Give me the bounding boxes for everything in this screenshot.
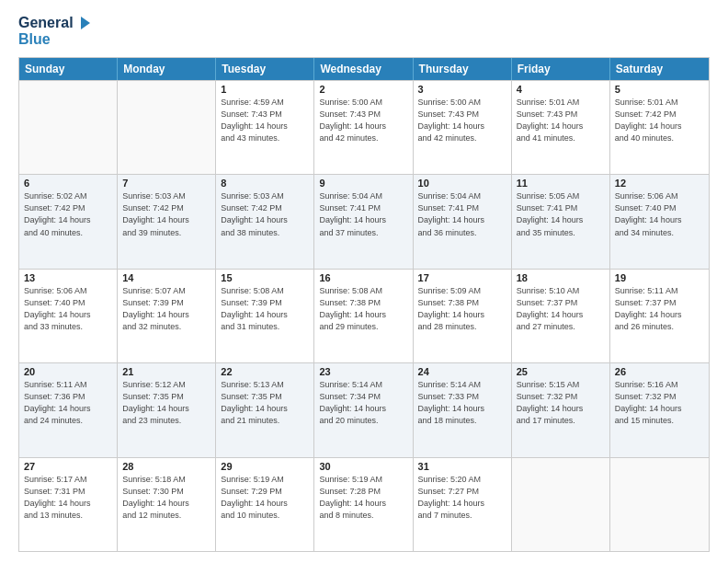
cell-line-0: Sunrise: 5:04 AM: [319, 190, 407, 201]
day-number: 12: [615, 178, 704, 189]
cell-line-0: Sunrise: 5:11 AM: [615, 285, 704, 296]
cell-line-2: Daylight: 14 hours: [221, 214, 309, 225]
cell-line-0: Sunrise: 5:03 AM: [221, 190, 309, 201]
cell-line-3: and 31 minutes.: [221, 321, 309, 332]
day-number: 24: [418, 366, 506, 377]
cell-line-2: Daylight: 14 hours: [221, 403, 309, 414]
day-cell-12: 12Sunrise: 5:06 AMSunset: 7:40 PMDayligh…: [610, 175, 709, 268]
empty-cell: [118, 81, 216, 174]
cell-line-1: Sunset: 7:38 PM: [418, 297, 506, 308]
header-day-sunday: Sunday: [19, 58, 118, 80]
cell-line-1: Sunset: 7:43 PM: [221, 109, 309, 120]
cell-line-1: Sunset: 7:34 PM: [319, 391, 407, 402]
cell-line-1: Sunset: 7:42 PM: [615, 109, 704, 120]
cell-line-0: Sunrise: 5:01 AM: [615, 97, 704, 108]
day-number: 2: [319, 84, 407, 95]
day-cell-30: 30Sunrise: 5:19 AMSunset: 7:28 PMDayligh…: [314, 458, 413, 551]
cell-line-0: Sunrise: 5:17 AM: [24, 474, 112, 485]
logo: General Blue: [18, 15, 92, 48]
cell-line-0: Sunrise: 5:09 AM: [418, 285, 506, 296]
day-cell-19: 19Sunrise: 5:11 AMSunset: 7:37 PMDayligh…: [610, 270, 709, 362]
cell-line-0: Sunrise: 4:59 AM: [221, 97, 309, 108]
day-cell-29: 29Sunrise: 5:19 AMSunset: 7:29 PMDayligh…: [216, 458, 314, 551]
cell-line-0: Sunrise: 5:06 AM: [24, 285, 112, 296]
cell-line-3: and 18 minutes.: [418, 415, 506, 426]
cell-line-2: Daylight: 14 hours: [24, 403, 112, 414]
day-cell-7: 7Sunrise: 5:03 AMSunset: 7:42 PMDaylight…: [118, 175, 216, 268]
cell-line-1: Sunset: 7:41 PM: [418, 202, 506, 213]
cell-line-2: Daylight: 14 hours: [24, 214, 112, 225]
cell-line-3: and 41 minutes.: [517, 132, 605, 144]
cell-line-1: Sunset: 7:43 PM: [517, 109, 605, 120]
day-number: 31: [418, 461, 506, 472]
day-cell-3: 3Sunrise: 5:00 AMSunset: 7:43 PMDaylight…: [414, 81, 512, 174]
empty-cell: [512, 458, 610, 551]
cell-line-3: and 33 minutes.: [24, 321, 112, 332]
day-number: 5: [615, 84, 704, 95]
day-number: 13: [24, 272, 112, 283]
cell-line-3: and 26 minutes.: [615, 321, 704, 332]
day-cell-2: 2Sunrise: 5:00 AMSunset: 7:43 PMDaylight…: [314, 81, 413, 174]
cell-line-2: Daylight: 14 hours: [319, 309, 407, 320]
cell-line-2: Daylight: 14 hours: [418, 214, 506, 225]
day-cell-13: 13Sunrise: 5:06 AMSunset: 7:40 PMDayligh…: [19, 270, 118, 362]
day-number: 26: [615, 366, 704, 377]
cell-line-3: and 40 minutes.: [615, 132, 704, 144]
cell-line-0: Sunrise: 5:01 AM: [517, 97, 605, 108]
day-number: 19: [615, 272, 704, 283]
empty-cell: [610, 458, 709, 551]
header: General Blue: [18, 15, 710, 48]
day-cell-28: 28Sunrise: 5:18 AMSunset: 7:30 PMDayligh…: [118, 458, 216, 551]
page: General Blue SundayMondayTuesdayWednesda…: [0, 0, 728, 563]
cell-line-2: Daylight: 14 hours: [319, 403, 407, 414]
day-cell-31: 31Sunrise: 5:20 AMSunset: 7:27 PMDayligh…: [414, 458, 512, 551]
cell-line-2: Daylight: 14 hours: [319, 498, 407, 509]
cell-line-0: Sunrise: 5:11 AM: [24, 379, 112, 390]
day-cell-23: 23Sunrise: 5:14 AMSunset: 7:34 PMDayligh…: [314, 363, 413, 456]
cell-line-1: Sunset: 7:32 PM: [615, 391, 704, 402]
cell-line-1: Sunset: 7:43 PM: [319, 109, 407, 120]
header-day-thursday: Thursday: [414, 58, 512, 80]
cell-line-2: Daylight: 14 hours: [615, 309, 704, 320]
day-cell-5: 5Sunrise: 5:01 AMSunset: 7:42 PMDaylight…: [610, 81, 709, 174]
day-number: 18: [517, 272, 605, 283]
cell-line-3: and 7 minutes.: [418, 510, 506, 521]
day-number: 15: [221, 272, 309, 283]
cell-line-3: and 32 minutes.: [122, 321, 210, 332]
cell-line-0: Sunrise: 5:20 AM: [418, 474, 506, 485]
cell-line-0: Sunrise: 5:08 AM: [319, 285, 407, 296]
cell-line-2: Daylight: 14 hours: [24, 498, 112, 509]
cell-line-1: Sunset: 7:35 PM: [122, 391, 210, 402]
cell-line-2: Daylight: 14 hours: [615, 214, 704, 225]
cell-line-3: and 28 minutes.: [418, 321, 506, 332]
cell-line-2: Daylight: 14 hours: [122, 309, 210, 320]
cell-line-2: Daylight: 14 hours: [122, 403, 210, 414]
day-cell-26: 26Sunrise: 5:16 AMSunset: 7:32 PMDayligh…: [610, 363, 709, 456]
cell-line-2: Daylight: 14 hours: [517, 214, 605, 225]
cell-line-3: and 13 minutes.: [24, 510, 112, 521]
cell-line-1: Sunset: 7:40 PM: [24, 297, 112, 308]
cell-line-1: Sunset: 7:28 PM: [319, 486, 407, 497]
cell-line-0: Sunrise: 5:08 AM: [221, 285, 309, 296]
cell-line-1: Sunset: 7:42 PM: [122, 202, 210, 213]
day-number: 17: [418, 272, 506, 283]
day-cell-17: 17Sunrise: 5:09 AMSunset: 7:38 PMDayligh…: [414, 270, 512, 362]
day-number: 27: [24, 461, 112, 472]
cell-line-2: Daylight: 14 hours: [221, 498, 309, 509]
cell-line-3: and 24 minutes.: [24, 415, 112, 426]
cell-line-3: and 40 minutes.: [24, 227, 112, 238]
calendar: SundayMondayTuesdayWednesdayThursdayFrid…: [18, 57, 710, 552]
day-cell-18: 18Sunrise: 5:10 AMSunset: 7:37 PMDayligh…: [512, 270, 610, 362]
cell-line-0: Sunrise: 5:13 AM: [221, 379, 309, 390]
cell-line-0: Sunrise: 5:16 AM: [615, 379, 704, 390]
cell-line-1: Sunset: 7:42 PM: [221, 202, 309, 213]
cell-line-0: Sunrise: 5:03 AM: [122, 190, 210, 201]
cell-line-2: Daylight: 14 hours: [517, 403, 605, 414]
cell-line-1: Sunset: 7:42 PM: [24, 202, 112, 213]
cell-line-2: Daylight: 14 hours: [615, 121, 704, 132]
cell-line-1: Sunset: 7:35 PM: [221, 391, 309, 402]
cell-line-2: Daylight: 14 hours: [122, 214, 210, 225]
cell-line-0: Sunrise: 5:19 AM: [319, 474, 407, 485]
cell-line-3: and 29 minutes.: [319, 321, 407, 332]
cell-line-3: and 34 minutes.: [615, 227, 704, 238]
